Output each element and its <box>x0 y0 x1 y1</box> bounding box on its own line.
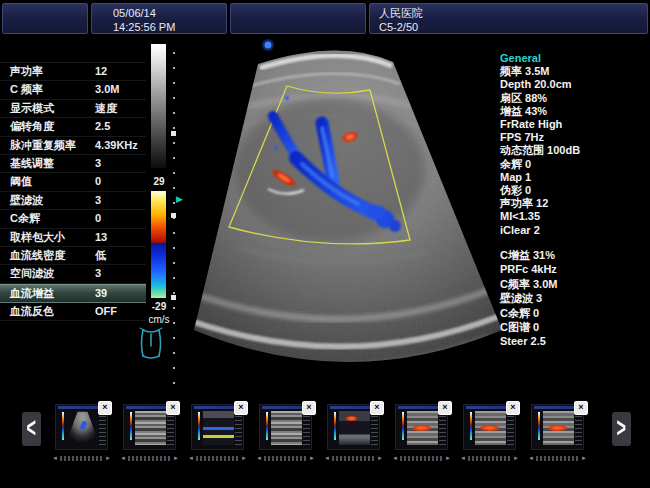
menu-item[interactable]: 脉冲重复频率4.39KHz <box>0 137 146 155</box>
grayscale-map-bar <box>151 44 166 168</box>
probe-model: C5-2/50 <box>379 20 647 34</box>
thumb-caption: ◄► <box>528 454 587 462</box>
thumb-mini-colorbar <box>62 412 64 440</box>
param-line: 声功率 12 <box>500 197 648 210</box>
param-line: FPS 7Hz <box>500 131 648 144</box>
thumb-caption: ◄► <box>52 454 111 462</box>
thumbnail[interactable]: × ◄► <box>327 404 380 450</box>
topbar-logo-segment <box>2 3 88 34</box>
thumb-mini-image <box>67 411 98 445</box>
color-params-panel: C增益 31% PRFc 4kHz C频率 3.0M 壁滤波 3 C余辉 0 C… <box>500 248 648 349</box>
caption-left-arrow-icon: ◄ <box>460 455 466 461</box>
ruler-major-tick <box>171 295 176 300</box>
time-text: 14:25:56 PM <box>113 20 226 34</box>
param-line: 动态范围 100dB <box>500 144 648 157</box>
caption-right-arrow-icon: ► <box>105 455 111 461</box>
menu-item[interactable]: 基线调整3 <box>0 155 146 173</box>
caption-right-arrow-icon: ► <box>309 455 315 461</box>
thumb-caption: ◄► <box>392 454 451 462</box>
menu-item[interactable]: 空间滤波3 <box>0 265 146 283</box>
thumb-caption: ◄► <box>460 454 519 462</box>
thumb-mini-image <box>475 411 506 445</box>
depth-ruler <box>173 52 175 388</box>
thumb-mini-colorbar <box>198 412 200 440</box>
param-line: C增益 31% <box>500 248 648 262</box>
velocity-max-label: 29 <box>143 176 175 187</box>
thumbstrip-prev-button[interactable]: < <box>22 412 41 446</box>
caption-left-arrow-icon: ◄ <box>256 455 262 461</box>
param-line: 频率 3.5M <box>500 65 648 78</box>
thumbnail-strip: × ◄► × ◄► × ◄► × ◄► <box>55 404 584 450</box>
thumbnail[interactable]: × ◄► <box>123 404 176 450</box>
chevron-left-icon: < <box>27 404 36 452</box>
caption-left-arrow-icon: ◄ <box>52 455 58 461</box>
menu-item[interactable]: C余辉0 <box>0 210 146 228</box>
menu-item[interactable]: 声功率12 <box>0 62 146 81</box>
close-icon[interactable]: × <box>98 401 112 415</box>
thumb-caption: ◄► <box>256 454 315 462</box>
body-marker-icon <box>136 325 166 363</box>
menu-item[interactable]: 壁滤波3 <box>0 192 146 210</box>
close-icon[interactable]: × <box>506 401 520 415</box>
chevron-right-icon: > <box>617 404 626 452</box>
topbar-empty-segment <box>230 3 366 34</box>
velocity-min-label: -29 <box>143 301 175 312</box>
param-line: 余辉 0 <box>500 158 648 171</box>
thumbstrip-next-button[interactable]: > <box>612 412 631 446</box>
topbar-datetime: 05/06/14 14:25:56 PM <box>91 3 227 34</box>
caption-right-arrow-icon: ► <box>377 455 383 461</box>
ruler-major-tick <box>171 131 176 136</box>
thumbnail[interactable]: × ◄► <box>463 404 516 450</box>
thumb-mini-image <box>135 411 166 445</box>
menu-item[interactable]: 阈值0 <box>0 173 146 191</box>
thumb-mini-colorbar <box>334 412 336 440</box>
thumb-mini-image <box>407 411 438 445</box>
close-icon[interactable]: × <box>166 401 180 415</box>
thumb-caption: ◄► <box>188 454 247 462</box>
param-line: FrRate High <box>500 118 648 131</box>
close-icon[interactable]: × <box>438 401 452 415</box>
thumbnail[interactable]: × ◄► <box>259 404 312 450</box>
menu-item[interactable]: 血流线密度低 <box>0 247 146 265</box>
menu-item[interactable]: 偏转角度2.5 <box>0 118 146 136</box>
caption-left-arrow-icon: ◄ <box>528 455 534 461</box>
thumb-mini-text <box>507 411 514 445</box>
menu-item[interactable]: 显示模式速度 <box>0 100 146 118</box>
close-icon[interactable]: × <box>234 401 248 415</box>
caption-right-arrow-icon: ► <box>445 455 451 461</box>
thumbnail[interactable]: × ◄► <box>395 404 448 450</box>
thumb-mini-text <box>371 411 378 445</box>
caption-right-arrow-icon: ► <box>241 455 247 461</box>
menu-item[interactable]: 血流反色OFF <box>0 303 146 321</box>
close-icon[interactable]: × <box>574 401 588 415</box>
menu-item-selected[interactable]: 血流增益39 <box>0 284 146 303</box>
param-line: 增益 43% <box>500 105 648 118</box>
thumb-mini-text <box>99 411 106 445</box>
thumbnail[interactable]: × ◄► <box>55 404 108 450</box>
hospital-name: 人民医院 <box>379 6 647 20</box>
param-line: C图谱 0 <box>500 320 648 334</box>
velocity-unit-label: cm/s <box>143 314 175 325</box>
topbar-hospital: 人民医院 C5-2/50 <box>369 3 648 34</box>
focus-dot <box>262 39 274 51</box>
close-icon[interactable]: × <box>370 401 384 415</box>
caption-left-arrow-icon: ◄ <box>120 455 126 461</box>
close-icon[interactable]: × <box>302 401 316 415</box>
thumb-caption: ◄► <box>324 454 383 462</box>
caption-left-arrow-icon: ◄ <box>392 455 398 461</box>
param-line: PRFc 4kHz <box>500 262 648 276</box>
caption-left-arrow-icon: ◄ <box>188 455 194 461</box>
parameter-menu: 声功率12 C 频率3.0M 显示模式速度 偏转角度2.5 脉冲重复频率4.39… <box>0 62 146 321</box>
menu-item[interactable]: 取样包大小13 <box>0 229 146 247</box>
caption-right-arrow-icon: ► <box>581 455 587 461</box>
image-params-panel: General 频率 3.5M Depth 20.0cm 扇区 88% 增益 4… <box>500 52 648 237</box>
thumbnail[interactable]: × ◄► <box>191 404 244 450</box>
ruler-major-tick <box>171 213 176 218</box>
param-line: 壁滤波 3 <box>500 291 648 305</box>
ultrasound-app-window: 05/06/14 14:25:56 PM 人民医院 C5-2/50 声功率12 … <box>0 0 650 488</box>
menu-item[interactable]: C 频率3.0M <box>0 81 146 99</box>
doppler-colorbar-positive <box>151 191 166 243</box>
caption-right-arrow-icon: ► <box>513 455 519 461</box>
thumbnail[interactable]: × ◄► <box>531 404 584 450</box>
preset-header: General <box>500 52 648 65</box>
